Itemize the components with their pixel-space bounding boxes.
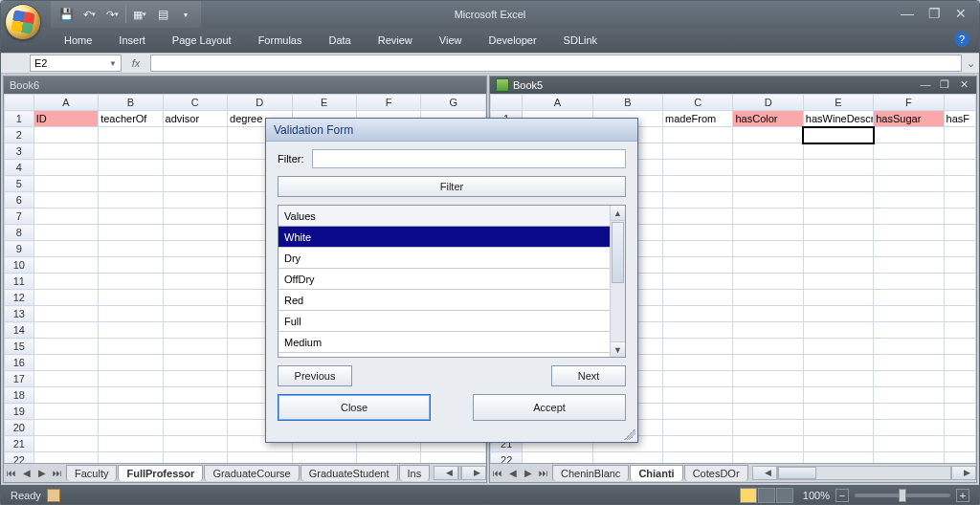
sheet-tab[interactable]: Chianti: [630, 465, 682, 481]
cell[interactable]: [663, 241, 733, 257]
cell[interactable]: [803, 322, 873, 339]
cell[interactable]: [944, 176, 975, 192]
next-button[interactable]: Next: [551, 365, 626, 386]
list-item[interactable]: Full: [278, 311, 610, 332]
row-header[interactable]: 16: [5, 355, 34, 371]
cell[interactable]: [733, 387, 803, 404]
cell[interactable]: [592, 452, 662, 464]
cell[interactable]: [33, 290, 98, 306]
cell[interactable]: [803, 127, 873, 143]
wb-maximize-button[interactable]: ❐: [936, 77, 953, 91]
save-icon[interactable]: 💾: [56, 5, 76, 24]
cell[interactable]: [99, 176, 163, 192]
column-header[interactable]: D: [228, 95, 292, 111]
previous-button[interactable]: Previous: [278, 365, 352, 386]
column-header[interactable]: B: [99, 95, 163, 111]
cell[interactable]: [803, 257, 873, 274]
cell[interactable]: [733, 322, 803, 339]
sheet-tab[interactable]: FullProfessor: [118, 465, 203, 481]
view-normal-button[interactable]: [740, 488, 757, 503]
cell[interactable]: [163, 452, 227, 464]
cell[interactable]: [33, 257, 98, 274]
filter-input[interactable]: [312, 149, 627, 168]
cell[interactable]: [33, 322, 98, 339]
view-page-layout-button[interactable]: [758, 488, 775, 503]
zoom-in-button[interactable]: +: [956, 489, 969, 502]
cell[interactable]: [421, 452, 486, 464]
redo-icon[interactable]: ↷ ▾: [102, 5, 122, 24]
column-header[interactable]: E: [803, 95, 873, 111]
row-header[interactable]: 4: [5, 160, 34, 176]
list-item[interactable]: Dry: [278, 248, 610, 269]
hscroll-book6[interactable]: ◀▶: [434, 466, 486, 481]
cell[interactable]: [803, 387, 873, 404]
row-header[interactable]: 13: [5, 306, 34, 322]
cell[interactable]: [663, 322, 733, 339]
listbox-scrollbar[interactable]: ▲ ▼: [610, 206, 625, 357]
scroll-down-icon[interactable]: ▼: [611, 341, 625, 357]
cell[interactable]: [874, 355, 944, 371]
cell[interactable]: [99, 371, 163, 387]
cell[interactable]: [733, 306, 803, 322]
cell[interactable]: [803, 452, 873, 464]
row-header[interactable]: 12: [5, 290, 34, 306]
cell[interactable]: [163, 355, 227, 371]
sheet-tab[interactable]: CotesDOr: [684, 465, 748, 481]
row-header[interactable]: 14: [5, 322, 34, 339]
row-header[interactable]: 15: [5, 339, 34, 355]
tab-nav-prev-icon[interactable]: ◀: [505, 465, 521, 482]
cell[interactable]: [33, 160, 98, 176]
view-page-break-button[interactable]: [776, 488, 793, 503]
tab-nav-next-icon[interactable]: ▶: [34, 465, 50, 482]
cell[interactable]: [733, 436, 803, 452]
cell[interactable]: [874, 127, 944, 143]
tab-formulas[interactable]: Formulas: [245, 30, 316, 51]
cell[interactable]: [663, 387, 733, 404]
column-header[interactable]: F: [874, 95, 944, 111]
cell[interactable]: [663, 225, 733, 241]
cell[interactable]: [99, 420, 163, 436]
cell[interactable]: [874, 209, 944, 225]
cell[interactable]: [803, 355, 873, 371]
cell[interactable]: [874, 143, 944, 160]
row-header[interactable]: 18: [5, 387, 34, 404]
cell[interactable]: [33, 274, 98, 290]
tab-nav-next-icon[interactable]: ▶: [521, 465, 536, 482]
cell[interactable]: [803, 274, 873, 290]
cell[interactable]: [874, 241, 944, 257]
cell[interactable]: [663, 176, 733, 192]
cell[interactable]: [99, 339, 163, 355]
cell[interactable]: [33, 127, 98, 143]
cell[interactable]: [944, 322, 975, 339]
cell[interactable]: [663, 209, 733, 225]
cell[interactable]: [733, 420, 803, 436]
cell[interactable]: [733, 209, 803, 225]
row-header[interactable]: 20: [5, 420, 34, 436]
resize-grip-icon[interactable]: [624, 428, 635, 440]
cell[interactable]: [99, 404, 163, 420]
cell[interactable]: [33, 306, 98, 322]
cell[interactable]: [803, 241, 873, 257]
list-item[interactable]: OffDry: [278, 269, 610, 290]
cell[interactable]: [99, 257, 163, 274]
row-header[interactable]: 6: [5, 192, 34, 209]
cell[interactable]: [33, 241, 98, 257]
cell[interactable]: [163, 143, 227, 160]
cell[interactable]: [163, 160, 227, 176]
tab-insert[interactable]: Insert: [105, 30, 159, 51]
cell[interactable]: [874, 452, 944, 464]
row-header[interactable]: 22: [5, 452, 34, 464]
cell[interactable]: [99, 209, 163, 225]
maximize-button[interactable]: ❐: [922, 5, 947, 22]
cell[interactable]: [33, 225, 98, 241]
cell[interactable]: [874, 404, 944, 420]
tab-page-layout[interactable]: Page Layout: [159, 30, 245, 51]
cell[interactable]: [803, 404, 873, 420]
sheet-tab[interactable]: Faculty: [66, 465, 117, 481]
cell[interactable]: [663, 143, 733, 160]
cell[interactable]: [163, 420, 227, 436]
cell[interactable]: [944, 404, 975, 420]
cell[interactable]: [803, 176, 873, 192]
cell[interactable]: [163, 371, 227, 387]
cell[interactable]: [874, 290, 944, 306]
